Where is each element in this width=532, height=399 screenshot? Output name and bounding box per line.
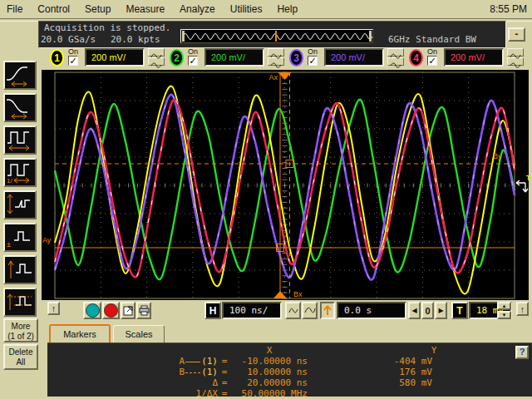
rise-time-icon[interactable]: [3, 61, 37, 90]
run-icon: [86, 303, 100, 318]
channel-3-badge[interactable]: 3: [289, 49, 303, 66]
channel-4-scale-up-button[interactable]: [507, 48, 524, 57]
channel-4-scale-display[interactable]: 200 mV/: [444, 48, 504, 66]
channel-2-badge[interactable]: 2: [170, 49, 184, 66]
channel-1-scale-up-button[interactable]: [148, 48, 165, 57]
orange-up-arrow-icon: [323, 304, 332, 317]
screen-copy-icon: [123, 306, 133, 316]
v-peak-peak-icon[interactable]: [3, 190, 37, 219]
bandwidth-label: 6GHz Standard BW: [388, 34, 476, 45]
trigger-level-up-button[interactable]: ▲: [497, 302, 511, 310]
channel-3-scale-down-button[interactable]: [387, 57, 404, 66]
pan-up-left-button[interactable]: ↑: [47, 302, 60, 315]
horizontal-button[interactable]: H: [204, 302, 221, 319]
channel-1-scale-display[interactable]: 200 mV/: [85, 48, 145, 66]
frequency-icon[interactable]: 1/: [3, 158, 37, 187]
channel-3-scale-display[interactable]: 200 mV/: [324, 48, 384, 66]
tab-scales[interactable]: Scales: [113, 325, 165, 342]
large-wave-icon: [304, 307, 316, 314]
channel-4-controls: 4 On ✓ 200 mV/: [409, 48, 524, 69]
stop-button[interactable]: [102, 302, 120, 319]
waveform-display[interactable]: Ax Bx Ay By T: [42, 70, 529, 300]
channel-1-scale-down-button[interactable]: [148, 57, 165, 66]
marker-by-label: By: [493, 152, 502, 160]
help-button[interactable]: ?: [515, 346, 529, 359]
y-column-header: Y: [384, 345, 484, 356]
channel-2-controls: 2 On ✓ 200 mV/: [170, 48, 284, 69]
marker-ax-label: Ax: [268, 73, 278, 81]
channel-2-checkbox[interactable]: ✓: [188, 56, 198, 66]
menu-file[interactable]: File: [7, 3, 22, 15]
marker-row-a: A(1) = -10.00000 ns -404 mV: [47, 356, 532, 367]
marker-bx-label: Bx: [293, 290, 303, 298]
delete-all-button[interactable]: DeleteAll: [3, 344, 38, 370]
h-zoom-in-button[interactable]: [285, 302, 301, 319]
sample-rate: 20.0 GSa/s: [41, 34, 96, 45]
channel-4-badge[interactable]: 4: [409, 49, 423, 66]
period-icon[interactable]: [3, 126, 37, 155]
channel-3-on-label: On: [308, 47, 318, 56]
more-button[interactable]: More(1 of 2): [3, 318, 38, 342]
menu-utilities[interactable]: Utilities: [230, 3, 263, 15]
menu-setup[interactable]: Setup: [85, 3, 111, 15]
h-zoom-out-button[interactable]: [302, 302, 318, 319]
markers-readout-panel: X Y A(1) = -10.00000 ns -404 mV B(1) = 1…: [47, 342, 532, 397]
channel-2-scale-down-button[interactable]: [268, 57, 284, 66]
channel-1-controls: 1 On ✓ 200 mV/: [50, 48, 165, 69]
marker-ay-label: Ay: [42, 236, 52, 244]
svg-text:±: ±: [7, 240, 11, 249]
trigger-level-icon[interactable]: T: [516, 174, 529, 192]
channel-4-on-label: On: [427, 47, 437, 56]
acquisition-status: Acquisition is stopped.: [44, 22, 170, 33]
trigger-level-down-button[interactable]: ▼: [497, 311, 511, 319]
preview-waveform-icon: [181, 30, 372, 42]
horizontal-scale-display[interactable]: 100 ns/: [222, 302, 282, 319]
menu-measure[interactable]: Measure: [126, 3, 165, 15]
v-rms-icon[interactable]: ±: [3, 223, 37, 252]
channel-3-checkbox[interactable]: ✓: [308, 56, 318, 66]
marker-row-b: B(1) = 10.00000 ns 176 mV: [47, 367, 532, 377]
fall-time-icon[interactable]: [3, 93, 37, 122]
memory-depth: 20.0 kpts: [111, 34, 160, 45]
channel-3-scale-up-button[interactable]: [387, 48, 404, 57]
clock: 8:55 PM: [490, 3, 527, 15]
channel-2-scale-display[interactable]: 200 mV/: [204, 48, 264, 66]
trigger-button[interactable]: T: [451, 302, 468, 319]
preview-left-cap[interactable]: [182, 31, 185, 42]
tab-markers[interactable]: Markers: [49, 324, 111, 342]
run-button[interactable]: [83, 302, 101, 319]
channel-4-scale-down-button[interactable]: [507, 57, 524, 66]
menu-analyze[interactable]: Analyze: [180, 3, 215, 15]
horizontal-position-display[interactable]: 0.0 s: [337, 302, 406, 319]
small-wave-icon: [288, 307, 298, 314]
oscilloscope-screen: File Control Setup Measure Analyze Utili…: [0, 0, 532, 399]
stop-icon: [104, 303, 118, 318]
waveform-preview-strip[interactable]: [180, 29, 373, 43]
printer-icon: [139, 305, 150, 316]
v-max-icon[interactable]: [3, 255, 37, 284]
menu-bar: File Control Setup Measure Analyze Utili…: [0, 0, 532, 18]
print-button[interactable]: [136, 302, 151, 319]
trigger-position-indicator[interactable]: [320, 302, 335, 319]
channel-1-badge[interactable]: 1: [50, 49, 64, 66]
channel-1-checkbox[interactable]: ✓: [68, 56, 78, 66]
menu-control[interactable]: Control: [37, 3, 70, 15]
status-panel: Acquisition is stopped. 20.0 GSa/s 20.0 …: [38, 21, 506, 48]
zero-position-button[interactable]: 0: [421, 302, 434, 319]
preview-right-cap[interactable]: [369, 31, 372, 42]
channel-3-controls: 3 On ✓ 200 mV/: [289, 48, 404, 69]
pan-up-right-button[interactable]: ↑: [516, 302, 529, 316]
v-top-icon[interactable]: [3, 288, 37, 317]
channel-4-checkbox[interactable]: ✓: [427, 56, 437, 66]
channel-2-scale-up-button[interactable]: [268, 48, 284, 57]
x-column-header: X: [231, 345, 308, 356]
pan-left-button[interactable]: ◀: [408, 302, 421, 319]
svg-text:T: T: [526, 174, 529, 182]
marker-row-delta: Δ = 20.00000 ns 580 mV: [47, 377, 532, 388]
screen-copy-button[interactable]: [121, 302, 135, 319]
menu-help[interactable]: Help: [277, 3, 298, 15]
minimize-button[interactable]: -: [508, 27, 525, 42]
marker-row-inverse-delta: 1/ΔX = 50.00000 MHz: [47, 388, 532, 399]
svg-text:1/: 1/: [7, 177, 12, 184]
pan-right-button[interactable]: ▶: [435, 302, 447, 319]
